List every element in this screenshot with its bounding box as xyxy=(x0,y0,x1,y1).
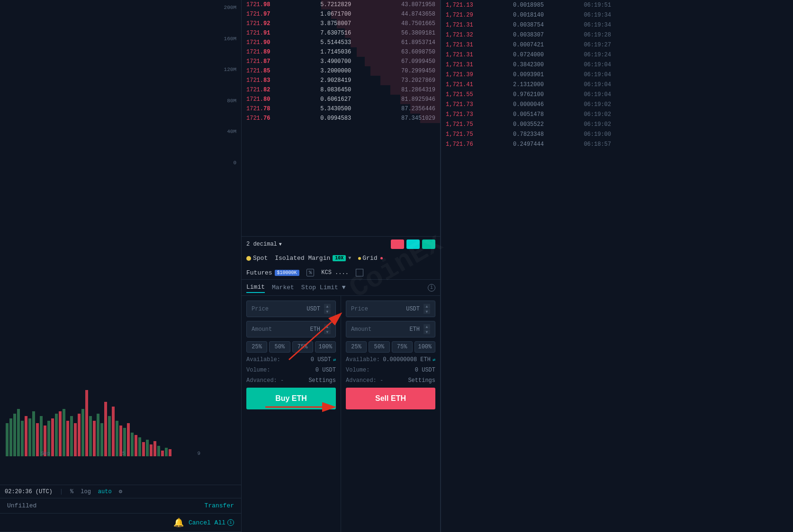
price-currency-buy: USDT xyxy=(306,306,320,312)
price-up-buy[interactable]: ▲ xyxy=(324,304,331,309)
available-amount-buy: 0 USDT xyxy=(311,356,331,363)
order-row[interactable]: 1721.97 1.0671700 44.8743658 xyxy=(242,9,440,19)
auto-btn[interactable]: auto xyxy=(98,488,112,495)
amount-input-buy[interactable]: Amount ETH ▲ ▼ xyxy=(246,321,336,337)
order-row[interactable]: 1721.87 3.4900700 67.0999450 xyxy=(242,57,440,66)
order-row[interactable]: 1721.91 7.6307516 56.3809181 xyxy=(242,28,440,38)
amount-down-buy[interactable]: ▼ xyxy=(324,329,331,334)
order-row[interactable]: 1721.89 1.7145036 63.6098750 xyxy=(242,47,440,57)
price-input-sell[interactable]: Price USDT ▲ ▼ xyxy=(346,301,435,317)
order-row[interactable]: 1721.78 5.3430500 87.2356446 xyxy=(242,104,440,114)
swap-icon-sell[interactable]: ⇄ xyxy=(433,357,435,363)
svg-rect-15 xyxy=(63,409,65,456)
order-row[interactable]: 1721.98 5.7212829 43.8071958 xyxy=(242,0,440,9)
transfer-btn[interactable]: Transfer xyxy=(205,502,234,509)
percentage-row-buy: 25% 50% 75% 100% xyxy=(246,341,336,353)
svg-rect-26 xyxy=(104,402,107,456)
grid-tab[interactable]: Grid xyxy=(358,255,382,262)
volume-label-buy: Volume: xyxy=(246,367,270,373)
isolated-margin-tab[interactable]: Isolated Margin 10X ▼ xyxy=(275,255,351,262)
buy-sell-columns: Price USDT ▲ ▼ Amount ETH ▲ ▼ 25 xyxy=(242,296,440,532)
amount-arrows-sell: ▲ ▼ xyxy=(424,324,430,334)
available-row-sell: Available: 0.00000008 ETH ⇄ xyxy=(346,356,435,363)
limit-tab[interactable]: Limit xyxy=(246,282,265,293)
order-row[interactable]: 1721.83 2.9028419 73.2027869 xyxy=(242,76,440,85)
y-label-120m: 120M xyxy=(224,67,236,72)
trade-row: 1,721.75 0.7823348 06:19:00 xyxy=(441,129,616,139)
pct-100-sell[interactable]: 100% xyxy=(415,341,435,353)
price-label-sell: Price xyxy=(351,306,406,312)
pct-50-sell[interactable]: 50% xyxy=(369,341,389,353)
volume-chart xyxy=(5,295,175,456)
decimal-select[interactable]: 2 decimal ▼ xyxy=(246,241,282,248)
pct-25-sell[interactable]: 25% xyxy=(346,341,367,353)
amount-currency-buy: ETH xyxy=(310,326,320,333)
price-input-buy[interactable]: Price USDT ▲ ▼ xyxy=(246,301,336,317)
log-btn[interactable]: log xyxy=(81,488,91,495)
order-row[interactable]: 1721.82 8.0836450 81.2864319 xyxy=(242,85,440,95)
order-row[interactable]: 1721.76 0.0994583 87.3451029 xyxy=(242,114,440,123)
percent-icon[interactable]: % xyxy=(306,269,315,276)
volume-row-buy: Volume: 0 USDT xyxy=(246,367,336,373)
pct-100-buy[interactable]: 100% xyxy=(315,341,336,353)
trade-row: 1,721.13 0.0018985 06:19:51 xyxy=(441,0,616,10)
pct-50-buy[interactable]: 50% xyxy=(269,341,290,353)
amount-arrows-buy: ▲ ▼ xyxy=(324,324,331,334)
order-row[interactable]: 1721.90 5.5144533 61.8953714 xyxy=(242,38,440,47)
right-panel: 1,721.13 0.0018985 06:19:51 1,721.29 0.0… xyxy=(441,0,616,532)
color-teal[interactable] xyxy=(406,239,420,249)
spot-tab[interactable]: Spot xyxy=(246,255,268,262)
futures-tab[interactable]: Futures $10000K xyxy=(246,269,299,276)
price-down-buy[interactable]: ▼ xyxy=(324,309,331,314)
pct-25-buy[interactable]: 25% xyxy=(246,341,267,353)
svg-rect-13 xyxy=(55,414,58,456)
svg-rect-28 xyxy=(112,407,115,456)
stop-limit-tab[interactable]: Stop Limit ▼ xyxy=(301,283,346,293)
amount-label-buy: Amount xyxy=(252,326,310,333)
amount-up-buy[interactable]: ▲ xyxy=(324,324,331,329)
kcs-label[interactable]: KCS .... xyxy=(321,269,349,276)
svg-rect-7 xyxy=(32,411,35,456)
grid-dot xyxy=(358,257,361,260)
market-tab[interactable]: Market xyxy=(272,283,294,293)
order-row[interactable]: 1721.85 3.2000000 70.2999450 xyxy=(242,66,440,76)
swap-icon-buy[interactable]: ⇄ xyxy=(333,357,336,363)
percent-btn[interactable]: % xyxy=(70,488,73,495)
chevron-down-icon: ▼ xyxy=(279,242,282,247)
pct-75-sell[interactable]: 75% xyxy=(392,341,413,353)
settings-link-buy[interactable]: Settings xyxy=(308,377,336,384)
order-info-btn[interactable]: i xyxy=(428,284,435,292)
price-up-sell[interactable]: ▲ xyxy=(424,304,430,309)
amount-up-sell[interactable]: ▲ xyxy=(424,324,430,329)
buy-eth-btn[interactable]: Buy ETH xyxy=(246,388,336,409)
color-red[interactable] xyxy=(391,239,404,249)
cancel-all-btn[interactable]: Cancel All i xyxy=(189,519,234,526)
color-green[interactable] xyxy=(422,239,435,249)
settings-link-sell[interactable]: Settings xyxy=(408,377,435,384)
futures-badge: $10000K xyxy=(275,270,299,276)
settings-gear-icon[interactable]: ⚙ xyxy=(119,488,122,495)
amount-currency-sell: ETH xyxy=(409,326,420,333)
price-down-sell[interactable]: ▼ xyxy=(424,309,430,314)
sell-eth-btn[interactable]: Sell ETH xyxy=(346,388,435,409)
amount-input-sell[interactable]: Amount ETH ▲ ▼ xyxy=(346,321,435,337)
info-icon: i xyxy=(227,519,234,526)
bell-icon[interactable]: 🔔 xyxy=(173,517,184,528)
pct-75-buy[interactable]: 75% xyxy=(292,341,313,353)
trade-row: 1,721.73 0.0000046 06:19:02 xyxy=(441,99,616,109)
x-label-5: 5 xyxy=(122,451,126,456)
spot-dot xyxy=(246,256,251,261)
square-icon[interactable] xyxy=(356,269,363,276)
y-label-200m: 200M xyxy=(224,5,236,10)
dot-indicator xyxy=(380,257,383,259)
svg-rect-21 xyxy=(85,390,88,456)
trading-tabs: Spot Isolated Margin 10X ▼ Grid Futures … xyxy=(242,252,440,280)
order-row[interactable]: 1721.92 3.8758007 48.7501665 xyxy=(242,19,440,28)
svg-rect-3 xyxy=(17,409,20,456)
available-value-sell: 0.00000008 ETH ⇄ xyxy=(383,356,435,363)
amount-down-sell[interactable]: ▼ xyxy=(424,329,430,334)
available-value-buy: 0 USDT ⇄ xyxy=(311,356,336,363)
order-row[interactable]: 1721.80 0.6061627 81.8925946 xyxy=(242,95,440,104)
sell-orders: 1721.98 5.7212829 43.8071958 1721.97 1.0… xyxy=(242,0,440,236)
svg-rect-19 xyxy=(78,414,81,456)
